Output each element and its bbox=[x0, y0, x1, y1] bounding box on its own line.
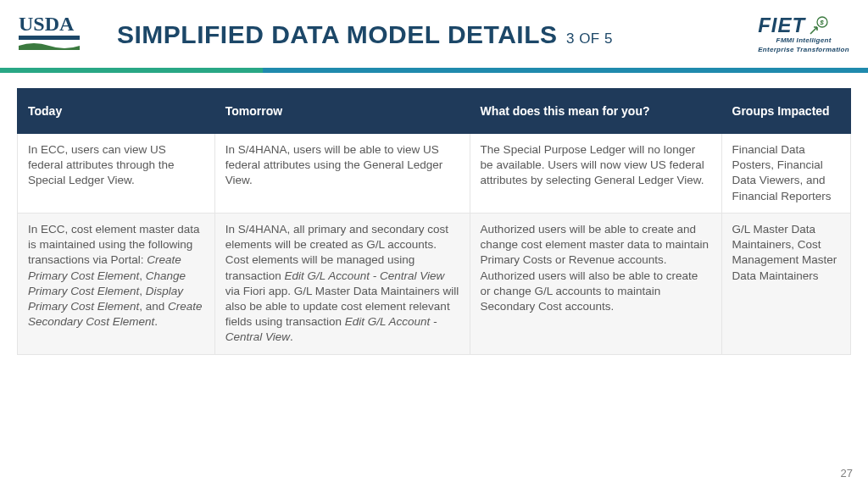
header-groups: Groups Impacted bbox=[721, 89, 851, 134]
svg-rect-1 bbox=[19, 36, 80, 40]
cell-tomorrow: In S/4HANA, all primary and secondary co… bbox=[214, 213, 470, 354]
header-tomorrow: Tomorrow bbox=[214, 89, 470, 134]
cell-meaning: The Special Purpose Ledger will no longe… bbox=[470, 134, 721, 214]
header-meaning: What does this mean for you? bbox=[470, 89, 721, 134]
svg-text:$: $ bbox=[819, 19, 824, 26]
cell-groups: G/L Master Data Maintainers, Cost Manage… bbox=[721, 213, 851, 354]
table-row: In ECC, users can view US federal attrib… bbox=[18, 134, 851, 214]
slide-title-wrap: SIMPLIFIED DATA MODEL DETAILS 3 OF 5 bbox=[102, 20, 744, 49]
table-row: In ECC, cost element master data is main… bbox=[18, 213, 851, 354]
details-table: Today Tomorrow What does this mean for y… bbox=[17, 88, 851, 355]
cell-today: In ECC, cost element master data is main… bbox=[18, 213, 215, 354]
fiet-logo-label: FIET bbox=[758, 15, 805, 36]
cell-tomorrow: In S/4HANA, users will be able to view U… bbox=[214, 134, 470, 214]
accent-bar bbox=[0, 68, 868, 73]
fiet-logo-sub1: FMMI Intelligent bbox=[758, 36, 849, 45]
slide-title-counter: 3 OF 5 bbox=[566, 30, 613, 47]
content-area: Today Tomorrow What does this mean for y… bbox=[0, 73, 868, 355]
svg-text:USDA: USDA bbox=[19, 13, 75, 35]
page-number: 27 bbox=[841, 467, 853, 480]
cell-meaning: Authorized users will be able to create … bbox=[470, 213, 721, 354]
table-header-row: Today Tomorrow What does this mean for y… bbox=[18, 89, 851, 134]
cell-today: In ECC, users can view US federal attrib… bbox=[18, 134, 215, 214]
arrow-dollar-icon: $ bbox=[809, 15, 829, 36]
header-today: Today bbox=[18, 89, 215, 134]
fiet-logo: FIET $ FMMI Intelligent Enterprise Trans… bbox=[758, 15, 849, 53]
fiet-logo-sub2: Enterprise Transformation bbox=[758, 46, 849, 54]
cell-groups: Financial Data Posters, Financial Data V… bbox=[721, 134, 851, 214]
usda-logo: USDA bbox=[19, 12, 88, 58]
slide-title: SIMPLIFIED DATA MODEL DETAILS bbox=[117, 20, 558, 48]
slide-header: USDA SIMPLIFIED DATA MODEL DETAILS 3 OF … bbox=[0, 0, 868, 64]
